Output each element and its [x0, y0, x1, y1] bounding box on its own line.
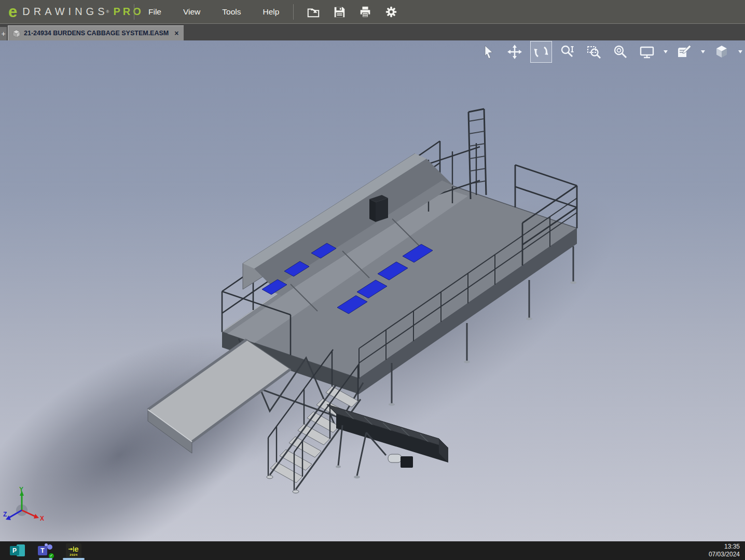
logo-drawings: DRAWINGS [22, 6, 108, 18]
select-tool-button[interactable] [478, 41, 499, 62]
rotate-icon [533, 44, 549, 60]
save-button[interactable] [328, 3, 351, 21]
menu-tools[interactable]: Tools [211, 0, 252, 24]
new-tab-button[interactable]: + [0, 27, 7, 40]
zoom-area-tool-button[interactable] [584, 41, 604, 62]
active-indicator [63, 558, 85, 560]
zoom-fit-tool-button[interactable] [610, 41, 631, 62]
tab-close-button[interactable]: × [174, 30, 178, 37]
assembly-cube-icon [12, 30, 20, 37]
running-indicator [39, 558, 52, 560]
menubar-divider-2 [293, 4, 294, 20]
markup-icon [677, 44, 692, 60]
logo-registered-mark: ® [106, 9, 109, 14]
folder-open-icon [307, 5, 320, 19]
monitor-icon [639, 44, 655, 60]
zoom-area-icon [586, 44, 602, 60]
zoom-icon [560, 44, 575, 60]
zoom-fit-icon [613, 44, 628, 60]
save-icon [333, 5, 346, 19]
view-display-button[interactable] [637, 41, 657, 62]
menubar-divider [134, 4, 134, 20]
clock-time: 13:35 [709, 543, 740, 551]
edrawings-2024-icon: e 2024 [66, 543, 81, 558]
triad-y-label: Y [19, 486, 23, 493]
markup-dropdown[interactable] [700, 41, 706, 62]
markup-button[interactable] [674, 41, 695, 62]
view-orientation-dropdown[interactable] [738, 41, 743, 62]
pan-tool-button[interactable] [504, 41, 525, 62]
view-orientation-button[interactable] [711, 41, 732, 62]
taskbar-publisher[interactable]: P [8, 541, 27, 560]
chevron-down-icon [701, 50, 705, 53]
taskbar-teams[interactable]: T ✓ [36, 541, 55, 560]
menu-view[interactable]: View [172, 0, 211, 24]
menubar-buttons [302, 3, 403, 21]
menu-file[interactable]: File [137, 0, 172, 24]
edrawings-logo: e DRAWINGS ® PRO [0, 5, 131, 19]
print-icon [358, 5, 372, 19]
pan-icon [507, 44, 522, 60]
tab-bar: + 21-24934 BURDENS CABBAGE SYSTEM.EASM × [0, 24, 745, 40]
clock-date: 07/03/2024 [709, 551, 740, 558]
gear-icon [384, 5, 398, 19]
settings-button[interactable] [380, 3, 403, 21]
open-button[interactable] [302, 3, 325, 21]
publisher-icon: P [10, 543, 25, 558]
chevron-down-icon [664, 50, 668, 53]
tab-title: 21-24934 BURDENS CABBAGE SYSTEM.EASM [24, 30, 169, 37]
chevron-down-icon [738, 50, 742, 53]
3d-viewport[interactable]: Y X Z [0, 40, 745, 541]
teams-icon: T ✓ [38, 543, 53, 558]
orientation-triad: Y X Z [3, 486, 47, 530]
viewport-toolbar [478, 41, 743, 62]
print-button[interactable] [354, 3, 377, 21]
taskbar: P T ✓ e 2024 [0, 541, 745, 560]
edrawings-arrow-small-icon [68, 546, 74, 552]
zoom-tool-button[interactable] [557, 41, 578, 62]
triad-x-label: X [40, 515, 44, 522]
cad-model-render [0, 40, 745, 541]
orientation-cube-icon [714, 44, 729, 60]
rotate-tool-button[interactable] [531, 41, 551, 62]
logo-e: e [8, 5, 17, 19]
mast-frame [468, 109, 486, 199]
menu-help[interactable]: Help [252, 0, 291, 24]
deck-control-box [369, 195, 388, 222]
view-display-dropdown[interactable] [663, 41, 668, 62]
select-arrow-icon [480, 44, 496, 60]
taskbar-edrawings[interactable]: e 2024 [64, 541, 83, 560]
document-tab[interactable]: 21-24934 BURDENS CABBAGE SYSTEM.EASM × [8, 25, 184, 40]
taskbar-clock[interactable]: 13:35 07/03/2024 [709, 543, 740, 558]
triad-z-label: Z [3, 511, 7, 518]
menu-bar: e DRAWINGS ® PRO File View Tools Help [0, 0, 745, 24]
taskbar-apps: P T ✓ e 2024 [8, 541, 83, 560]
